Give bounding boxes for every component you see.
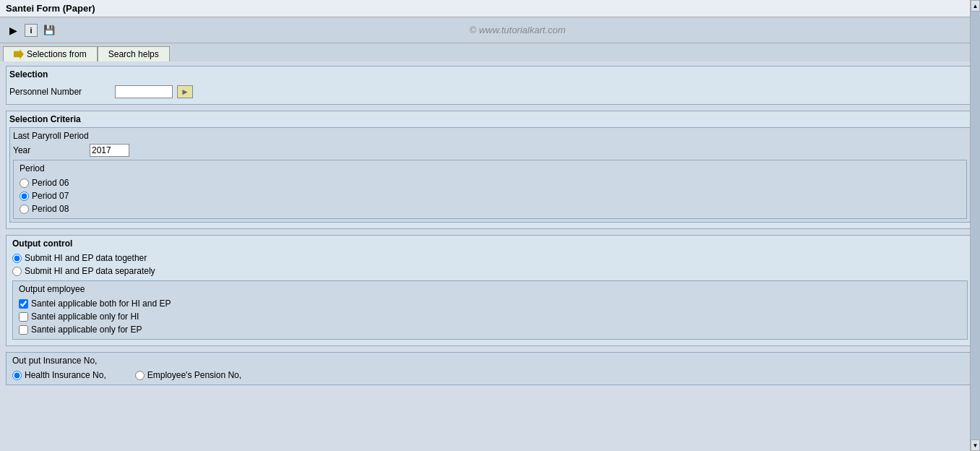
- personnel-number-row: Personnel Number ►: [9, 82, 971, 101]
- pension-row: Employee's Pension No,: [135, 369, 241, 382]
- health-insurance-label: Health Insurance No,: [25, 370, 106, 380]
- health-insurance-radio[interactable]: [12, 371, 22, 380]
- selection-section: Selection Personnel Number ►: [6, 66, 974, 105]
- period-06-radio[interactable]: [20, 179, 29, 188]
- period-box: Period Period 06 Period 07 Period 08: [13, 160, 967, 219]
- submit-together-radio[interactable]: [12, 254, 22, 263]
- personnel-number-input[interactable]: [115, 85, 173, 98]
- submit-together-row: Submit HI and EP data together: [12, 252, 968, 265]
- santei-ep-only-checkbox[interactable]: [19, 325, 28, 335]
- submit-together-label: Submit HI and EP data together: [25, 253, 147, 263]
- period-08-radio[interactable]: [20, 205, 29, 214]
- watermark: © www.tutorialkart.com: [61, 25, 974, 35]
- select-arrow-icon: ►: [181, 87, 189, 97]
- santei-both-checkbox[interactable]: [19, 299, 28, 309]
- output-control-label: Output control: [12, 239, 968, 249]
- output-employee-label: Output employee: [19, 284, 961, 294]
- personnel-number-label: Personnel Number: [9, 87, 111, 97]
- scrollbar-up-btn[interactable]: ▲: [971, 0, 980, 12]
- year-row: Year: [13, 144, 967, 157]
- year-input[interactable]: [90, 144, 129, 157]
- tab-search-helps[interactable]: Search helps: [98, 46, 170, 61]
- tab-search-label: Search helps: [108, 49, 159, 59]
- period-06-row: Period 06: [20, 176, 960, 189]
- output-insurance-label: Out put Insurance No,: [12, 356, 968, 366]
- period-07-label: Period 07: [32, 191, 69, 201]
- save-icon[interactable]: 💾: [42, 23, 56, 38]
- santei-hi-only-label: Santei applicable only for HI: [31, 312, 139, 322]
- scrollbar-thumb[interactable]: [971, 12, 980, 439]
- app-title: Santei Form (Paper): [6, 3, 95, 14]
- last-payroll-period-label: Last Paryroll Period: [13, 131, 967, 141]
- period-07-row: Period 07: [20, 189, 960, 202]
- tab-selections-from[interactable]: Selections from: [3, 46, 98, 61]
- toolbar: ▶ i 💾 © www.tutorialkart.com: [0, 17, 980, 43]
- santei-ep-only-label: Santei applicable only for EP: [31, 325, 142, 335]
- output-employee-box: Output employee Santei applicable both f…: [12, 280, 968, 340]
- year-label: Year: [13, 145, 85, 155]
- santei-both-label: Santei applicable both for HI and EP: [31, 298, 171, 309]
- tab-arrow-icon: [14, 49, 24, 59]
- personnel-number-select-btn[interactable]: ►: [177, 85, 193, 98]
- submit-separately-row: Submit HI and EP data separately: [12, 265, 968, 278]
- health-insurance-row: Health Insurance No,: [12, 369, 106, 382]
- output-insurance-box: Out put Insurance No, Health Insurance N…: [6, 352, 974, 385]
- output-control-section: Output control Submit HI and EP data tog…: [6, 235, 974, 346]
- period-07-radio[interactable]: [20, 192, 29, 201]
- period-label: Period: [20, 163, 960, 173]
- period-06-label: Period 06: [32, 178, 69, 188]
- santei-ep-only-row: Santei applicable only for EP: [19, 323, 961, 336]
- selection-section-label: Selection: [9, 69, 971, 80]
- title-bar: Santei Form (Paper): [0, 0, 980, 17]
- last-payroll-period-box: Last Paryroll Period Year Period Period …: [9, 127, 971, 223]
- selection-criteria-section: Selection Criteria Last Paryroll Period …: [6, 111, 974, 229]
- santei-both-row: Santei applicable both for HI and EP: [19, 297, 961, 310]
- info-icon[interactable]: i: [25, 24, 38, 37]
- back-icon[interactable]: ▶: [6, 23, 20, 38]
- scrollbar-down-btn[interactable]: ▼: [971, 439, 980, 447]
- main-content: Selection Personnel Number ► Selection C…: [0, 61, 980, 447]
- scrollbar[interactable]: ▲ ▼: [970, 0, 980, 447]
- submit-separately-radio[interactable]: [12, 267, 22, 276]
- submit-separately-label: Submit HI and EP data separately: [25, 266, 155, 276]
- santei-hi-only-row: Santei applicable only for HI: [19, 310, 961, 323]
- period-08-row: Period 08: [20, 202, 960, 215]
- pension-radio[interactable]: [135, 371, 145, 380]
- period-08-label: Period 08: [32, 204, 69, 214]
- tab-bar: Selections from Search helps: [0, 43, 980, 61]
- tab-selections-label: Selections from: [27, 49, 87, 59]
- pension-label: Employee's Pension No,: [147, 370, 241, 380]
- santei-hi-only-checkbox[interactable]: [19, 312, 28, 322]
- selection-criteria-label: Selection Criteria: [9, 114, 971, 124]
